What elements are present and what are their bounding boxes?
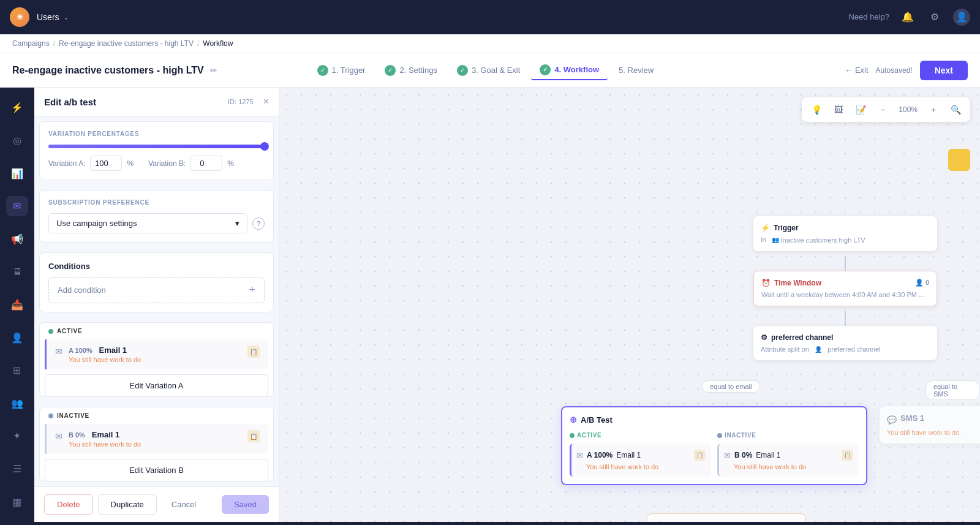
delete-button[interactable]: Delete <box>44 494 93 515</box>
panel-close-button[interactable]: × <box>263 96 269 107</box>
active-status: ACTIVE <box>40 323 273 339</box>
variation-b-badge: 📋 <box>247 430 260 442</box>
canvas-tool-image[interactable]: 🖼 <box>830 101 847 118</box>
ab-var-a-warn: You still have work to do <box>576 463 705 470</box>
section-expand-icon[interactable]: ⌄ <box>63 13 69 21</box>
step-goal-exit[interactable]: ✓ 3. Goal & Exit <box>448 61 529 80</box>
subscription-help-icon[interactable]: ? <box>252 217 265 230</box>
sms-card[interactable]: 💬 SMS 1 📋 You still have work to do <box>880 406 980 444</box>
sidebar-icon-message[interactable]: ✉ <box>6 196 28 217</box>
variation-a-badge: 📋 <box>247 346 260 358</box>
sidebar-icon-lightning[interactable]: ⚡ <box>6 97 28 118</box>
active-variation-section: ACTIVE ✉ A 100% Email 1 You still have w… <box>39 322 274 397</box>
app-logo: ☀ <box>10 7 29 27</box>
wait-card[interactable]: ⏱ Wait Until... 👤 0 Wait until condition… <box>647 513 806 522</box>
subscription-dropdown[interactable]: Use campaign settings ▾ <box>48 213 247 233</box>
ab-var-a-name: Email 1 <box>616 451 641 459</box>
canvas-zoom-out[interactable]: − <box>874 101 891 118</box>
conditions-label: Conditions <box>48 262 265 271</box>
ab-var-b-row: ✉ B 0% Email 1 📋 You still have work to … <box>717 444 859 477</box>
step-check-1: ✓ <box>317 65 328 76</box>
exit-button[interactable]: ← Exit <box>845 66 869 75</box>
wait-card-container: ⏱ Wait Until... 👤 0 Wait until condition… <box>647 513 806 522</box>
autosaved-label: Autosaved! <box>876 66 913 75</box>
slider-track[interactable] <box>48 145 265 148</box>
attr-split-card[interactable]: ⚙ preferred channel Attribute split on 👤… <box>753 326 937 360</box>
notifications-icon[interactable]: 🔔 <box>899 9 916 26</box>
canvas-tool-bulb[interactable]: 💡 <box>808 101 825 118</box>
subscription-select-row: Use campaign settings ▾ ? <box>48 213 265 233</box>
time-window-icon: ⏰ <box>761 279 771 287</box>
edit-variation-b-button[interactable]: Edit Variation B <box>45 459 268 482</box>
slider-container <box>48 145 265 148</box>
canvas-zoom-level: 100% <box>896 105 920 114</box>
canvas-search-icon[interactable]: 🔍 <box>947 101 964 118</box>
step-review[interactable]: 5. Review <box>610 62 662 78</box>
step-trigger[interactable]: ✓ 1. Trigger <box>309 61 374 80</box>
sidebar-icon-user[interactable]: 👤 <box>6 327 28 348</box>
variation-a-input[interactable] <box>90 156 122 171</box>
add-condition-button[interactable]: Add condition + <box>48 277 265 303</box>
cancel-button[interactable]: Cancel <box>162 495 206 514</box>
branch-label-sms: equal to SMS <box>925 380 980 400</box>
edit-variation-a-button[interactable]: Edit Variation A <box>45 374 268 397</box>
top-nav-right: Need help? 🔔 ⚙ 👤 <box>849 9 971 26</box>
attr-split-icon: ⚙ <box>761 333 767 342</box>
canvas-tool-note[interactable]: 📝 <box>852 101 869 118</box>
connector-2 <box>845 311 846 326</box>
edit-panel: Edit a/b test ID: 1275 × VARIATION PERCE… <box>34 88 279 522</box>
sms-icon: 💬 <box>887 415 897 425</box>
slider-thumb[interactable] <box>260 142 269 151</box>
settings-icon[interactable]: ⚙ <box>926 9 943 26</box>
variation-a-item: ✉ A 100% Email 1 You still have work to … <box>45 339 268 369</box>
sidebar-icon-inbox[interactable]: 📥 <box>6 295 28 315</box>
help-link[interactable]: Need help? <box>849 12 890 21</box>
ab-test-card-container: ⊕ A/B Test ACTIVE ✉ A 100% <box>561 406 867 485</box>
subscription-label: SUBSCRIPTION PREFERENCE <box>48 199 265 206</box>
ab-email-icon-a: ✉ <box>576 451 583 460</box>
ab-variations: ACTIVE ✉ A 100% Email 1 📋 You still have… <box>570 432 859 477</box>
sidebar-icon-broadcast[interactable]: 📢 <box>6 229 28 249</box>
attr-split-desc: Attribute split on 👤 preferred channel <box>761 346 930 353</box>
variation-a-info: A 100% Email 1 You still have work to do <box>69 346 241 363</box>
trigger-value-icon: 👥 <box>772 236 779 243</box>
saved-button[interactable]: Saved <box>222 495 269 514</box>
breadcrumb: Campaigns / Re-engage inactive customers… <box>0 34 980 53</box>
step-workflow[interactable]: ✓ 4. Workflow <box>531 61 608 80</box>
trigger-icon: ⚡ <box>761 224 770 232</box>
breadcrumb-campaigns[interactable]: Campaigns <box>12 39 50 48</box>
variation-b-label: Variation B: <box>148 159 186 168</box>
steps-nav: ✓ 1. Trigger ✓ 2. Settings ✓ 3. Goal & E… <box>309 61 663 80</box>
trigger-title: Trigger <box>774 224 799 232</box>
sidebar-icon-group[interactable]: 👥 <box>6 393 28 414</box>
variation-b-input[interactable] <box>190 156 222 171</box>
ab-card-header: ⊕ A/B Test <box>570 415 859 425</box>
canvas-zoom-in[interactable]: + <box>925 101 942 118</box>
breadcrumb-campaign-name[interactable]: Re-engage inactive customers - high LTV <box>59 39 194 48</box>
ab-test-card[interactable]: ⊕ A/B Test ACTIVE ✉ A 100% <box>561 406 867 485</box>
yellow-notification-box[interactable] <box>948 149 970 171</box>
trigger-card[interactable]: ⚡ Trigger in 👥 Inactive customers high L… <box>753 216 937 251</box>
duplicate-button[interactable]: Duplicate <box>98 494 157 515</box>
time-window-card[interactable]: ⏰ Time Window 👤 0 Wait until a weekday b… <box>753 271 937 306</box>
sidebar-icon-table[interactable]: ▦ <box>6 491 28 512</box>
variation-b-info: B 0% Email 1 You still have work to do <box>69 430 241 448</box>
next-button[interactable]: Next <box>920 61 968 80</box>
sidebar-icon-list[interactable]: ☰ <box>6 459 28 480</box>
sidebar-icon-target[interactable]: ◎ <box>6 130 28 151</box>
email-icon-b: ✉ <box>55 431 62 441</box>
variation-a-label: Variation A: <box>48 159 85 168</box>
sidebar-icon-screen[interactable]: 🖥 <box>6 262 28 282</box>
ab-inactive-dot <box>717 433 722 438</box>
wait-card-title: ⏱ Wait Until... 👤 0 <box>656 521 797 522</box>
sidebar-icon-chart[interactable]: 📊 <box>6 163 28 184</box>
top-nav: ☀ Users ⌄ Need help? 🔔 ⚙ 👤 <box>0 0 980 34</box>
sidebar-icon-star[interactable]: ✦ <box>6 426 28 447</box>
step-settings[interactable]: ✓ 2. Settings <box>376 61 445 80</box>
edit-campaign-icon[interactable]: ✏ <box>210 66 217 75</box>
subscription-preference-section: SUBSCRIPTION PREFERENCE Use campaign set… <box>39 190 274 243</box>
canvas-toolbar: 💡 🖼 📝 − 100% + 🔍 <box>802 97 970 122</box>
user-icon[interactable]: 👤 <box>953 9 970 26</box>
sidebar-icon-grid[interactable]: ⊞ <box>6 360 28 381</box>
active-status-dot <box>48 329 53 334</box>
